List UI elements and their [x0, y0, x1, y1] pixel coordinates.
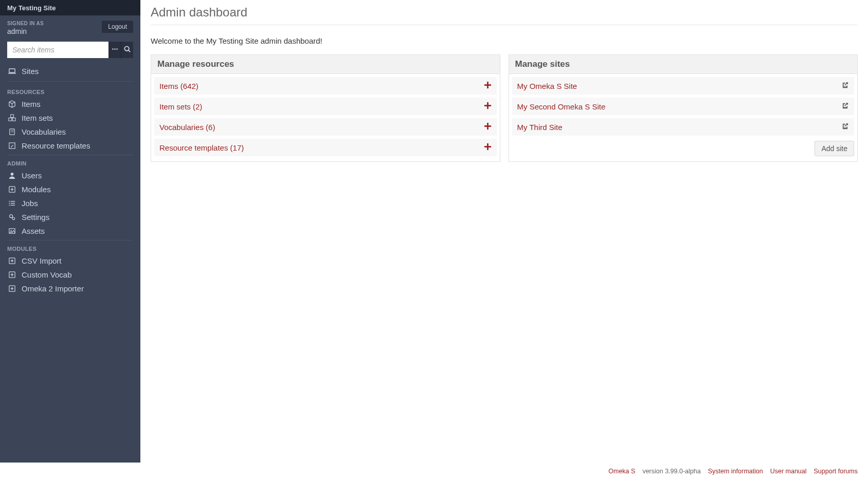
svg-point-22 — [9, 203, 10, 204]
nav-jobs[interactable]: Jobs — [7, 196, 133, 210]
plus-icon[interactable] — [484, 81, 492, 90]
panel-body: My Omeka S Site My Second Omeka S Site M… — [509, 74, 858, 161]
user-info: SIGNED IN AS admin — [7, 21, 44, 35]
nav-label: Items — [22, 100, 41, 108]
search-submit-button[interactable] — [121, 42, 133, 58]
gears-icon — [7, 213, 16, 221]
resource-link[interactable]: Item sets (2) — [159, 102, 202, 111]
plus-square-icon — [7, 186, 16, 193]
search-options-button[interactable] — [109, 42, 121, 58]
nav-label: Sites — [22, 67, 39, 76]
search-row — [0, 35, 140, 64]
nav-label: Modules — [22, 185, 51, 194]
cube-icon — [7, 100, 16, 108]
footer-user-manual-link[interactable]: User manual — [770, 468, 807, 475]
nav-items[interactable]: Items — [7, 97, 133, 111]
svg-point-0 — [112, 48, 114, 50]
svg-rect-7 — [8, 118, 11, 121]
nav-label: CSV Import — [22, 256, 62, 265]
site-link[interactable]: My Second Omeka S Site — [517, 102, 606, 111]
user-block: SIGNED IN AS admin Logout — [0, 15, 140, 35]
nav-label: Settings — [22, 213, 49, 221]
svg-rect-44 — [484, 146, 491, 147]
svg-point-23 — [9, 205, 10, 206]
footer-system-info-link[interactable]: System information — [708, 468, 763, 475]
nav-omeka2-importer[interactable]: Omeka 2 Importer — [7, 282, 133, 296]
plus-square-icon — [7, 271, 16, 279]
nav-sites[interactable]: Sites — [7, 64, 133, 78]
footer: Omeka S version 3.99.0-alpha System info… — [0, 463, 868, 480]
svg-rect-9 — [10, 115, 13, 118]
svg-point-3 — [124, 46, 129, 50]
nav-custom-vocab[interactable]: Custom Vocab — [7, 268, 133, 282]
footer-brand-link[interactable]: Omeka S — [608, 468, 635, 475]
nav-label: Users — [22, 171, 42, 180]
svg-point-1 — [114, 48, 116, 50]
add-site-button[interactable]: Add site — [815, 141, 854, 156]
plus-icon[interactable] — [484, 143, 492, 152]
plus-icon[interactable] — [484, 122, 492, 132]
nav-csv-import[interactable]: CSV Import — [7, 254, 133, 268]
nav-heading-resources: RESOURCES — [7, 84, 133, 97]
nav-heading-modules: MODULES — [7, 240, 133, 254]
search-input[interactable] — [7, 42, 109, 58]
nav-modules[interactable]: Modules — [7, 182, 133, 196]
site-row: My Third Site — [512, 118, 855, 136]
site-link[interactable]: My Omeka S Site — [517, 82, 577, 90]
nav-settings[interactable]: Settings — [7, 210, 133, 224]
external-link-icon[interactable] — [841, 122, 849, 132]
manage-resources-panel: Manage resources Items (642) Item sets (… — [151, 54, 500, 162]
plus-icon[interactable] — [484, 102, 492, 111]
resource-row-vocabularies: Vocabularies (6) — [154, 118, 497, 136]
resource-row-resource-templates: Resource templates (17) — [154, 139, 497, 156]
external-link-icon[interactable] — [841, 102, 849, 111]
nav-label: Omeka 2 Importer — [22, 284, 84, 293]
site-link[interactable]: My Third Site — [517, 123, 563, 132]
svg-point-27 — [10, 230, 11, 231]
nav-item-sets[interactable]: Item sets — [7, 111, 133, 125]
svg-rect-42 — [484, 125, 491, 127]
svg-line-4 — [129, 50, 130, 52]
sidebar: My Testing Site SIGNED IN AS admin Logou… — [0, 0, 140, 463]
plus-square-icon — [7, 257, 16, 265]
nav-heading-admin: ADMIN — [7, 155, 133, 169]
svg-point-25 — [12, 217, 14, 220]
svg-rect-8 — [12, 118, 15, 121]
nav-label: Custom Vocab — [22, 270, 72, 279]
sidebar-header: My Testing Site — [0, 0, 140, 15]
nav-assets[interactable]: Assets — [7, 224, 133, 238]
resource-row-items: Items (642) — [154, 77, 497, 95]
nav-vocabularies[interactable]: Vocabularies — [7, 125, 133, 139]
nav-resource-templates[interactable]: Resource templates — [7, 139, 133, 153]
footer-support-forums-link[interactable]: Support forums — [814, 468, 858, 475]
resource-link[interactable]: Vocabularies (6) — [159, 123, 215, 132]
svg-rect-5 — [9, 69, 14, 73]
panel-title: Manage resources — [151, 55, 500, 74]
user-name[interactable]: admin — [7, 27, 44, 35]
pencil-square-icon — [7, 142, 16, 150]
resource-link[interactable]: Resource templates (17) — [159, 143, 244, 152]
nav-users[interactable]: Users — [7, 169, 133, 182]
nav-label: Assets — [22, 227, 45, 235]
welcome-text: Welcome to the My Testing Site admin das… — [151, 25, 858, 54]
laptop-icon — [7, 67, 16, 75]
site-title[interactable]: My Testing Site — [7, 4, 56, 12]
nav-label: Resource templates — [22, 141, 90, 150]
svg-rect-6 — [8, 73, 16, 73]
svg-point-21 — [9, 201, 10, 202]
plus-square-icon — [7, 285, 16, 292]
main: Admin dashboard Welcome to the My Testin… — [140, 0, 868, 463]
signed-in-label: SIGNED IN AS — [7, 21, 44, 26]
nav-label: Jobs — [22, 199, 38, 208]
search-icon — [123, 45, 131, 54]
panel-actions: Add site — [512, 139, 855, 156]
svg-rect-40 — [484, 105, 491, 106]
nav-label: Vocabularies — [22, 127, 66, 136]
panel-title: Manage sites — [509, 55, 858, 74]
logout-button[interactable]: Logout — [102, 21, 133, 33]
cubes-icon — [7, 114, 16, 122]
resource-row-item-sets: Item sets (2) — [154, 98, 497, 115]
resource-link[interactable]: Items (642) — [159, 82, 198, 90]
external-link-icon[interactable] — [841, 81, 849, 90]
list-icon — [7, 199, 16, 207]
